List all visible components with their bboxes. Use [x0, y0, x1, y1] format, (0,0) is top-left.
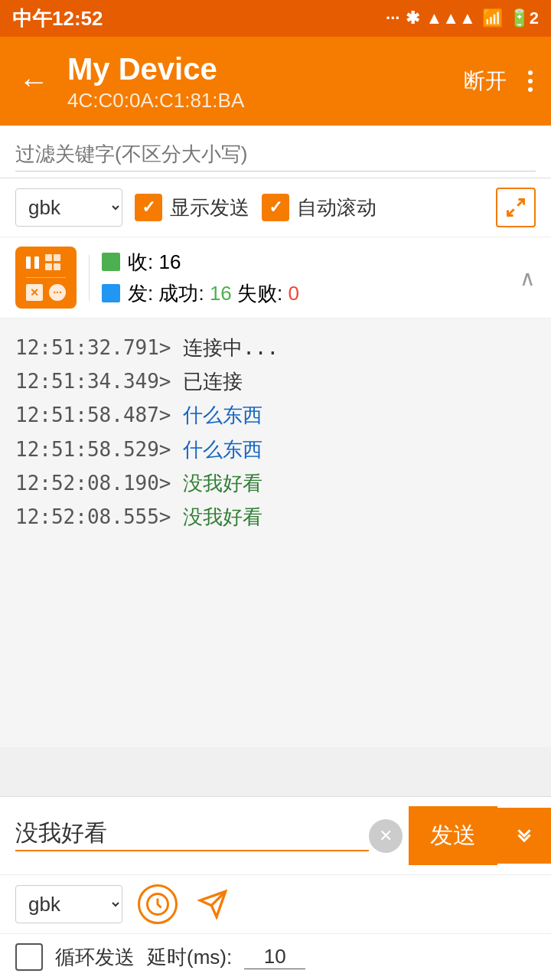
app-bar: My Device 4C:C0:0A:C1:81:BA 断开 [0, 37, 551, 126]
bluetooth-icon: ✱ [406, 8, 419, 28]
log-line: 12:51:58.529> 什么东西 [15, 433, 536, 466]
send-button[interactable]: 发送 [409, 806, 497, 865]
send-input-wrap [15, 821, 369, 851]
device-title: My Device [67, 51, 448, 87]
send-fail-count: 0 [289, 282, 299, 305]
timer-button[interactable] [138, 884, 178, 924]
send-input[interactable] [15, 821, 369, 847]
clear-log-icon: ··· [49, 284, 66, 301]
show-send-checkbox[interactable] [135, 194, 162, 221]
status-time: 中午12:52 [12, 5, 103, 32]
log-line: 12:52:08.555> 没我好看 [15, 500, 536, 534]
stats-row: ✕ ··· 收: 16 发: 成功: 16 失败: 0 [0, 237, 551, 318]
back-button[interactable] [12, 58, 55, 105]
bottom-area: ✕ 发送 gbk 循环发送 延时(ms): [0, 796, 551, 980]
log-area: 12:51:32.791> 连接中...12:51:34.349> 已连接12:… [0, 318, 551, 747]
wifi-icon: 📶 [482, 8, 503, 28]
send-badge [102, 284, 120, 302]
send-history-button[interactable] [193, 884, 233, 924]
log-line: 12:51:58.487> 什么东西 [15, 398, 536, 432]
recv-badge [102, 253, 120, 271]
loop-label: 循环发送 [55, 944, 135, 971]
bottom-controls: gbk [0, 875, 551, 934]
send-label: 发: 成功: 16 失败: 0 [128, 280, 299, 307]
clear-input-button[interactable]: ✕ [369, 819, 403, 853]
send-stat: 发: 成功: 16 失败: 0 [102, 280, 299, 307]
status-icons: ··· ✱ ▲▲▲ 📶 🔋2 [386, 8, 539, 28]
stats-divider [89, 255, 90, 301]
device-mac: 4C:C0:0A:C1:81:BA [67, 89, 448, 113]
auto-scroll-checkbox[interactable] [262, 194, 289, 221]
stats-text: 收: 16 发: 成功: 16 失败: 0 [102, 249, 299, 307]
send-row: ✕ 发送 [0, 797, 551, 875]
disconnect-button[interactable]: 断开 [461, 60, 510, 102]
log-line: 12:51:34.349> 已连接 [15, 364, 536, 398]
app-bar-actions: 断开 [461, 60, 539, 102]
expand-history-button[interactable] [497, 808, 551, 864]
log-line: 12:52:08.190> 没我好看 [15, 466, 536, 500]
filter-input[interactable] [15, 138, 536, 172]
status-bar: 中午12:52 ··· ✱ ▲▲▲ 📶 🔋2 [0, 0, 551, 37]
encoding-select-top[interactable]: gbk [15, 188, 122, 227]
signal-bars-icon: ▲▲▲ [425, 8, 475, 28]
encoding-select-bottom[interactable]: gbk [15, 885, 122, 923]
recv-stat: 收: 16 [102, 249, 299, 276]
auto-scroll-label: 自动滚动 [297, 194, 377, 221]
controls-row: gbk 显示发送 自动滚动 [0, 178, 551, 237]
delay-label: 延时(ms): [147, 944, 232, 971]
delay-input[interactable] [244, 945, 305, 969]
show-send-group: 显示发送 [135, 194, 249, 221]
grid-icon [45, 254, 62, 271]
auto-scroll-group: 自动滚动 [262, 194, 377, 221]
more-menu-button[interactable] [522, 64, 539, 98]
send-success-count: 16 [210, 282, 232, 305]
recv-label: 收: 16 [128, 249, 181, 276]
delete-icon: ✕ [26, 284, 43, 301]
pause-icon [26, 256, 39, 269]
device-title-area: My Device 4C:C0:0A:C1:81:BA [67, 51, 448, 113]
filter-row [0, 126, 551, 178]
loop-row: 循环发送 延时(ms): [0, 934, 551, 980]
loop-send-checkbox[interactable] [15, 943, 43, 971]
fullscreen-button[interactable] [496, 188, 536, 227]
battery-icon: 🔋2 [509, 8, 539, 28]
log-line: 12:51:32.791> 连接中... [15, 331, 536, 364]
show-send-label: 显示发送 [170, 194, 249, 221]
stats-action-buttons[interactable]: ✕ ··· [15, 247, 77, 309]
collapse-button[interactable] [520, 263, 536, 292]
signal-dots-icon: ··· [386, 8, 399, 28]
